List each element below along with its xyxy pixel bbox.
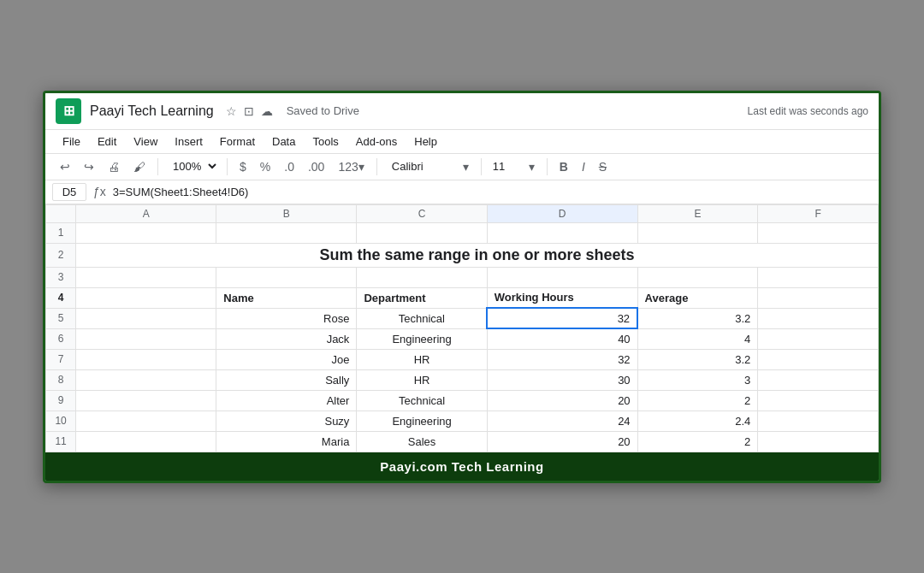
cell-dept-alter[interactable]: Technical	[357, 390, 487, 411]
undo-button[interactable]: ↩	[56, 157, 74, 176]
print-button[interactable]: 🖨	[104, 157, 124, 176]
cloud-icon[interactable]: ☁	[261, 104, 273, 118]
cell-dept-jack[interactable]: Engineering	[357, 328, 487, 349]
cell-a8[interactable]	[76, 369, 216, 390]
cell-hours-suzy[interactable]: 24	[487, 411, 637, 431]
cell-avg-joe[interactable]: 3.2	[637, 349, 758, 369]
cell-name-joe[interactable]: Joe	[216, 349, 357, 369]
italic-button[interactable]: I	[578, 157, 589, 176]
col-header-d[interactable]: D	[487, 204, 637, 222]
cell-name-sally[interactable]: Sally	[216, 369, 357, 390]
cell-c3[interactable]	[357, 267, 487, 287]
cell-f9[interactable]	[758, 390, 879, 411]
title-cell[interactable]: Sum the same range in one or more sheets	[76, 243, 879, 267]
cell-hours-sally[interactable]: 30	[487, 369, 637, 390]
size-dropdown-button[interactable]: ▾	[524, 157, 539, 176]
cell-avg-sally[interactable]: 3	[637, 369, 758, 390]
col-header-b[interactable]: B	[216, 204, 357, 222]
currency-button[interactable]: $	[235, 157, 251, 176]
cell-a9[interactable]	[76, 390, 216, 411]
cell-name-alter[interactable]: Alter	[216, 390, 357, 411]
percent-button[interactable]: %	[256, 157, 275, 176]
cell-b3[interactable]	[216, 267, 357, 287]
font-size[interactable]: 11	[489, 158, 519, 174]
cell-avg-jack[interactable]: 4	[637, 328, 758, 349]
cell-dept-joe[interactable]: HR	[357, 349, 487, 369]
cell-dept-maria[interactable]: Sales	[357, 431, 487, 452]
cell-avg-maria[interactable]: 2	[637, 431, 758, 452]
menu-tools[interactable]: Tools	[305, 132, 345, 151]
cell-f1[interactable]	[758, 222, 879, 243]
menu-help[interactable]: Help	[407, 132, 444, 151]
cell-f10[interactable]	[758, 411, 879, 431]
cell-f8[interactable]	[758, 369, 879, 390]
menu-format[interactable]: Format	[213, 132, 262, 151]
menu-view[interactable]: View	[127, 132, 164, 151]
cell-d3[interactable]	[487, 267, 637, 287]
menu-file[interactable]: File	[56, 132, 87, 151]
paint-format-button[interactable]: 🖌	[129, 157, 150, 176]
folder-icon[interactable]: ⊡	[244, 104, 254, 118]
toolbar-separator-3	[376, 158, 377, 175]
cell-reference[interactable]: D5	[52, 183, 86, 201]
cell-a11[interactable]	[76, 431, 216, 452]
cell-hours-alter[interactable]: 20	[487, 390, 637, 411]
cell-avg-alter[interactable]: 2	[637, 390, 758, 411]
cell-d1[interactable]	[487, 222, 637, 243]
header-average[interactable]: Average	[637, 287, 758, 308]
cell-name-rose[interactable]: Rose	[216, 308, 357, 328]
menu-edit[interactable]: Edit	[91, 132, 123, 151]
formula-input[interactable]	[113, 186, 872, 198]
cell-dept-suzy[interactable]: Engineering	[357, 411, 487, 431]
cell-a4[interactable]	[76, 287, 216, 308]
cell-f4[interactable]	[758, 287, 879, 308]
star-icon[interactable]: ☆	[226, 104, 237, 118]
cell-c1[interactable]	[357, 222, 487, 243]
cell-b1[interactable]	[216, 222, 357, 243]
col-header-e[interactable]: E	[637, 204, 758, 222]
menu-bar: File Edit View Insert Format Data Tools …	[45, 130, 879, 154]
menu-data[interactable]: Data	[265, 132, 302, 151]
header-working-hours[interactable]: Working Hours	[487, 287, 637, 308]
more-formats-button[interactable]: 123▾	[334, 157, 368, 176]
cell-a10[interactable]	[76, 411, 216, 431]
cell-f6[interactable]	[758, 328, 879, 349]
header-department[interactable]: Department	[357, 287, 487, 308]
col-header-c[interactable]: C	[357, 204, 487, 222]
cell-e3[interactable]	[637, 267, 758, 287]
cell-f11[interactable]	[758, 431, 879, 452]
cell-name-jack[interactable]: Jack	[216, 328, 357, 349]
cell-f7[interactable]	[758, 349, 879, 369]
cell-f5[interactable]	[758, 308, 879, 328]
cell-dept-sally[interactable]: HR	[357, 369, 487, 390]
redo-button[interactable]: ↪	[80, 157, 98, 176]
col-header-a[interactable]: A	[76, 204, 216, 222]
col-header-f[interactable]: F	[758, 204, 879, 222]
cell-avg-rose[interactable]: 3.2	[637, 308, 758, 328]
cell-hours-rose[interactable]: 32	[487, 308, 637, 328]
decimal0-button[interactable]: .0	[280, 157, 299, 176]
cell-avg-suzy[interactable]: 2.4	[637, 411, 758, 431]
cell-e1[interactable]	[637, 222, 758, 243]
cell-a5[interactable]	[76, 308, 216, 328]
zoom-select[interactable]: 100%	[166, 157, 219, 175]
cell-hours-maria[interactable]: 20	[487, 431, 637, 452]
cell-dept-rose[interactable]: Technical	[357, 308, 487, 328]
cell-a3[interactable]	[76, 267, 216, 287]
bold-button[interactable]: B	[555, 157, 572, 176]
cell-a6[interactable]	[76, 328, 216, 349]
cell-f3[interactable]	[758, 267, 879, 287]
cell-name-suzy[interactable]: Suzy	[216, 411, 357, 431]
cell-hours-jack[interactable]: 40	[487, 328, 637, 349]
font-dropdown-button[interactable]: ▾	[459, 157, 473, 176]
decimal2-button[interactable]: .00	[304, 157, 329, 176]
cell-a7[interactable]	[76, 349, 216, 369]
cell-name-maria[interactable]: Maria	[216, 431, 357, 452]
strikethrough-button[interactable]: S	[595, 157, 611, 176]
cell-hours-joe[interactable]: 32	[487, 349, 637, 369]
menu-insert[interactable]: Insert	[168, 132, 210, 151]
header-name[interactable]: Name	[216, 287, 357, 308]
cell-a1[interactable]	[76, 222, 216, 243]
font-name[interactable]: Calibri	[385, 158, 453, 174]
menu-addons[interactable]: Add-ons	[349, 132, 404, 151]
